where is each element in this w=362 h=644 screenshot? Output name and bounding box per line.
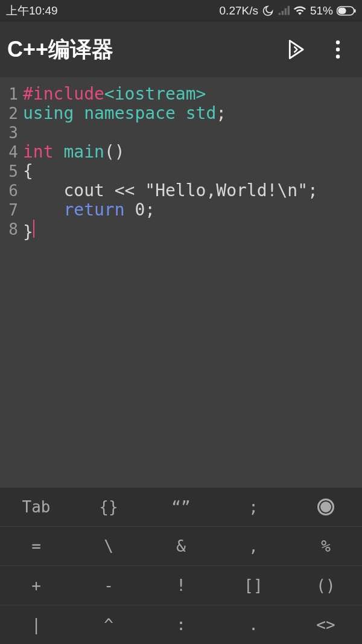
line-number: 4 — [4, 142, 18, 162]
status-right: 0.27K/s 51% — [220, 4, 356, 18]
code-content: #include<iostream> — [23, 84, 206, 104]
app-title: C++编译器 — [7, 35, 284, 65]
code-content: cout << "Hello,World!\n"; — [23, 181, 318, 200]
line-number: 5 — [4, 162, 18, 181]
key-sym[interactable]: = — [0, 527, 72, 566]
code-line: 3 — [4, 123, 362, 142]
line-number: 6 — [4, 181, 18, 200]
code-content: { — [23, 162, 33, 181]
key-sym[interactable]: ^ — [72, 605, 145, 644]
status-netspeed: 0.27K/s — [220, 4, 258, 18]
code-line: 7 return 0; — [4, 200, 362, 220]
code-editor[interactable]: 1#include<iostream>2using namespace std;… — [0, 77, 362, 487]
key-symsym[interactable]: “” — [145, 488, 217, 526]
key-symsym[interactable]: () — [290, 566, 362, 605]
key-sym[interactable]: : — [145, 605, 217, 644]
text-cursor — [33, 220, 34, 238]
code-content: int main() — [23, 142, 125, 162]
key-sym[interactable]: ; — [217, 488, 290, 526]
key-sym[interactable]: & — [145, 527, 217, 566]
code-content: using namespace std; — [23, 104, 226, 123]
key-row: +-![]() — [0, 566, 362, 605]
key-row: =\&,% — [0, 526, 362, 566]
key-row: Tab{}“”; — [0, 487, 362, 526]
menu-overflow-button[interactable] — [326, 37, 350, 62]
code-line: 5{ — [4, 162, 362, 181]
code-line: 2using namespace std; — [4, 104, 362, 123]
line-number: 7 — [4, 200, 18, 220]
signal-icon — [278, 5, 290, 17]
key-record[interactable] — [290, 488, 362, 526]
key-row: |^:.<> — [0, 605, 362, 644]
key-sym[interactable]: , — [217, 527, 290, 566]
key-sym[interactable]: . — [217, 605, 290, 644]
svg-point-3 — [336, 40, 340, 44]
svg-point-4 — [336, 48, 340, 51]
key-sym[interactable]: + — [0, 566, 72, 605]
key-sym[interactable]: - — [72, 566, 145, 605]
dots-vertical-icon — [335, 40, 340, 59]
key-sym[interactable]: \ — [72, 527, 145, 566]
line-number: 2 — [4, 104, 18, 123]
svg-rect-1 — [338, 8, 346, 14]
code-content: return 0; — [23, 200, 155, 220]
code-line: 6 cout << "Hello,World!\n"; — [4, 181, 362, 200]
run-icon — [287, 39, 305, 60]
key-symsym[interactable]: [] — [217, 566, 290, 605]
line-number: 1 — [4, 84, 18, 104]
keyboard-toolbar: Tab{}“”;=\&,%+-![]()|^:.<> — [0, 487, 362, 644]
line-number: 8 — [4, 220, 18, 242]
key-sym[interactable]: % — [290, 527, 362, 566]
key-sym[interactable]: ! — [145, 566, 217, 605]
status-time: 上午10:49 — [6, 3, 58, 19]
code-content: } — [23, 220, 34, 242]
code-line: 4int main() — [4, 142, 362, 162]
code-line: 8} — [4, 220, 362, 242]
status-bar: 上午10:49 0.27K/s 51% — [0, 0, 362, 22]
key-sym[interactable]: | — [0, 605, 72, 644]
app-actions — [284, 37, 350, 62]
line-number: 3 — [4, 123, 18, 142]
key-symsym[interactable]: <> — [290, 605, 362, 644]
app-bar: C++编译器 — [0, 22, 362, 77]
battery-percent: 51% — [310, 4, 333, 18]
svg-point-5 — [336, 55, 340, 59]
code-line: 1#include<iostream> — [4, 84, 362, 104]
battery-icon — [337, 6, 356, 16]
run-button[interactable] — [284, 37, 308, 62]
moon-icon — [262, 5, 274, 17]
key-Tab[interactable]: Tab — [0, 488, 72, 526]
wifi-icon — [293, 5, 306, 17]
svg-rect-2 — [354, 9, 355, 13]
key-symsym[interactable]: {} — [72, 488, 145, 526]
